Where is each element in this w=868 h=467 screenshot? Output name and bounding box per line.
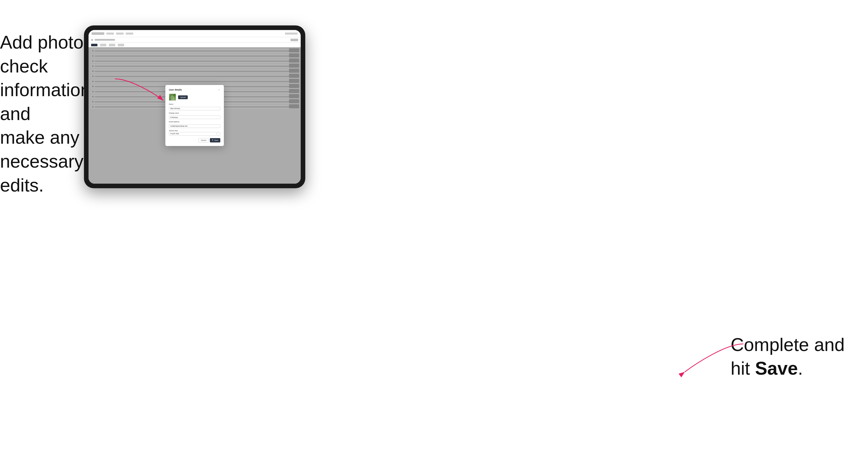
cancel-button[interactable]: Cancel: [198, 138, 209, 143]
select-arrow-icon: ⌃⌄: [218, 132, 219, 135]
save-icon: ⬆: [212, 139, 213, 141]
tab-inactive-2[interactable]: [109, 44, 115, 46]
breadcrumb-text: [95, 39, 115, 41]
name-form-group: Name: [169, 103, 220, 111]
email-input[interactable]: [169, 124, 220, 128]
photo-section: Upload: [169, 94, 220, 101]
select-clear-icon[interactable]: ×: [216, 133, 217, 134]
app-header: [89, 30, 301, 37]
save-button[interactable]: ⬆ Save: [210, 138, 220, 143]
app-tabbar: [89, 43, 301, 47]
modal-title: User details: [169, 89, 182, 91]
user-details-modal: User details × Upload Name: [165, 85, 224, 146]
save-button-label: Save: [214, 139, 218, 141]
modal-actions: Cancel ⬆ Save: [169, 138, 220, 143]
email-label: Email address: [169, 121, 220, 123]
app-background: User details × Upload Name: [89, 30, 301, 184]
arrow-left-indicator: [110, 74, 166, 105]
app-nav-item: [106, 33, 114, 35]
app-nav-item-3: [126, 33, 133, 35]
app-subheader: [89, 37, 301, 43]
tab-inactive-1[interactable]: [100, 44, 106, 46]
tablet-screen: User details × Upload Name: [89, 30, 301, 184]
name-label: Name: [169, 103, 220, 105]
breadcrumb-icon: [91, 39, 93, 41]
user-photo-thumbnail: [169, 94, 176, 101]
modal-overlay: User details × Upload Name: [89, 47, 301, 184]
school-year-label: School Year: [169, 130, 220, 131]
school-year-select[interactable]: Fourth Year × ⌃⌄: [169, 132, 220, 135]
name-input[interactable]: [169, 107, 220, 111]
annotation-right: Complete and hit Save.: [731, 333, 853, 380]
email-form-group: Email address: [169, 121, 220, 128]
modal-header: User details ×: [169, 89, 220, 91]
tablet-device: User details × Upload Name: [84, 25, 305, 188]
school-year-form-group: School Year Fourth Year × ⌃⌄: [169, 130, 220, 135]
tab-active[interactable]: [91, 44, 97, 46]
app-nav-item-2: [116, 33, 124, 35]
display-name-label: Display name: [169, 112, 220, 114]
app-header-actions: [285, 33, 298, 35]
upload-photo-button[interactable]: Upload: [178, 95, 188, 99]
app-content: User details × Upload Name: [89, 47, 301, 184]
display-name-input[interactable]: [169, 116, 220, 119]
photo-person-shape: [170, 95, 175, 100]
school-year-value: Fourth Year: [170, 133, 179, 134]
modal-close-button[interactable]: ×: [218, 89, 220, 91]
subheader-button: [290, 39, 298, 41]
tab-inactive-3[interactable]: [118, 44, 124, 46]
display-name-form-group: Display name: [169, 112, 220, 119]
arrow-right-indicator: [680, 341, 746, 375]
app-logo: [92, 32, 104, 35]
